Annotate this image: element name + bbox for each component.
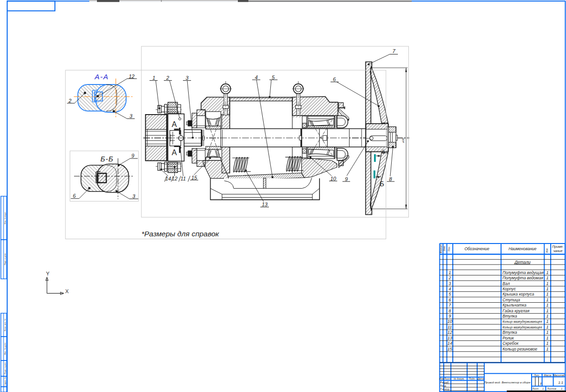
svg-text:Привод мод. Вентилятор в сборе: Привод мод. Вентилятор в сборе (484, 381, 531, 384)
svg-text:Ступица: Ступица (502, 297, 520, 302)
svg-text:1: 1 (546, 330, 548, 335)
svg-text:12: 12 (448, 330, 452, 335)
svg-text:Масса: Масса (544, 374, 551, 377)
svg-text:9: 9 (131, 153, 134, 159)
svg-text:Полумуфта ведущая: Полумуфта ведущая (502, 270, 544, 275)
svg-text:Инв. № подл.: Инв. № подл. (4, 212, 6, 224)
svg-text:15: 15 (448, 347, 453, 351)
svg-text:1: 1 (546, 308, 548, 313)
svg-text:Обозначение: Обозначение (464, 246, 489, 251)
svg-text:Лит.: Лит. (534, 374, 540, 377)
svg-text:чание: чание (553, 249, 562, 253)
svg-text:Взам. инв. №: Взам. инв. № (4, 318, 6, 331)
svg-text:А-А: А-А (94, 73, 109, 81)
svg-text:Скребок: Скребок (502, 341, 519, 346)
svg-text:1: 1 (546, 319, 548, 324)
svg-text:1: 1 (449, 270, 451, 275)
svg-text:А: А (172, 120, 177, 128)
svg-text:Кольцо мазеудерживающее: Кольцо мазеудерживающее (502, 320, 542, 324)
svg-text:Подп. и дата: Подп. и дата (4, 362, 6, 374)
svg-text:1: 1 (543, 387, 544, 390)
svg-text:14: 14 (165, 176, 171, 181)
svg-text:3: 3 (132, 193, 136, 199)
svg-text:Крыльчатка: Крыльчатка (502, 303, 526, 307)
svg-text:Изм: Изм (439, 377, 444, 380)
svg-text:1: 1 (546, 297, 548, 302)
svg-text:1: 1 (546, 303, 548, 307)
svg-text:Лист: Лист (532, 387, 539, 390)
svg-text:Разраб.: Разраб. (440, 381, 449, 384)
svg-text:14: 14 (448, 341, 452, 346)
svg-text:X: X (65, 288, 69, 294)
svg-text:Y: Y (46, 271, 50, 276)
svg-text:3: 3 (449, 281, 451, 286)
svg-text:№ докум.: № докум. (454, 377, 465, 380)
svg-text:1: 1 (546, 286, 548, 291)
svg-text:Гайка круглая: Гайка круглая (502, 308, 530, 313)
svg-text:1:1: 1:1 (558, 381, 563, 385)
svg-text:3: 3 (185, 75, 189, 81)
svg-text:1: 1 (546, 270, 548, 275)
svg-text:б: б (382, 149, 384, 155)
svg-text:у: у (540, 381, 542, 385)
svg-text:1: 1 (546, 292, 548, 297)
svg-text:Пров.: Пров. (440, 384, 447, 387)
svg-text:Дата: Дата (477, 377, 484, 380)
svg-text:Справ. №: Справ. № (4, 377, 6, 386)
svg-text:6: 6 (449, 297, 451, 302)
svg-text:Втулка: Втулка (502, 330, 517, 335)
svg-text:А: А (172, 148, 177, 157)
svg-text:8: 8 (389, 176, 392, 182)
svg-text:Втулка: Втулка (502, 314, 517, 318)
svg-text:Кол.: Кол. (545, 248, 548, 253)
svg-text:9: 9 (449, 314, 451, 318)
svg-text:Ролик: Ролик (502, 336, 514, 340)
svg-text:⌀30: ⌀30 (402, 138, 405, 143)
svg-text:2: 2 (448, 275, 451, 280)
svg-text:1: 1 (546, 275, 548, 280)
svg-text:9: 9 (345, 176, 348, 182)
svg-text:15: 15 (191, 175, 197, 180)
svg-text:1: 1 (152, 75, 155, 81)
svg-text:Т.контр.: Т.контр. (440, 388, 450, 391)
svg-text:Вал: Вал (502, 281, 510, 286)
svg-text:Листов: Листов (547, 387, 556, 390)
svg-text:Кольцо мазеудерживающее: Кольцо мазеудерживающее (502, 326, 542, 329)
svg-text:Подп.: Подп. (469, 377, 476, 380)
svg-text:Б: Б (380, 180, 384, 188)
svg-text:11: 11 (448, 325, 452, 329)
svg-text:1: 1 (546, 314, 548, 318)
svg-text:2: 2 (166, 75, 169, 81)
svg-text:Кольцо резиновое: Кольцо резиновое (502, 347, 537, 351)
svg-text:1: 1 (546, 347, 548, 351)
svg-text:Б-Б: Б-Б (100, 155, 114, 163)
svg-text:1: 1 (546, 341, 548, 346)
svg-text:11: 11 (181, 176, 186, 181)
svg-text:Полумуфта ведомая: Полумуфта ведомая (502, 275, 544, 280)
svg-text:10: 10 (448, 319, 452, 324)
svg-text:Зона: Зона (443, 246, 446, 251)
svg-text:2: 2 (68, 98, 71, 104)
svg-text:1: 1 (546, 325, 548, 329)
svg-text:Подп. и дата: Подп. и дата (4, 253, 6, 265)
svg-text:Формат: Формат (440, 244, 442, 253)
svg-text:Масштаб: Масштаб (553, 374, 565, 377)
svg-text:Приме-: Приме- (552, 245, 564, 249)
svg-text:Лист: Лист (444, 377, 451, 380)
svg-text:1: 1 (546, 336, 548, 340)
svg-text:7: 7 (392, 48, 395, 54)
svg-text:Поз.: Поз. (448, 246, 450, 251)
svg-text:4: 4 (255, 74, 257, 80)
svg-text:Детали: Детали (514, 260, 531, 265)
svg-text:3: 3 (129, 113, 133, 119)
svg-text:6: 6 (333, 76, 336, 82)
svg-text:8: 8 (449, 308, 451, 313)
svg-text:*Размеры для справок: *Размеры для справок (141, 230, 219, 238)
svg-text:Крышка корпуса: Крышка корпуса (502, 292, 534, 297)
svg-text:6: 6 (73, 193, 76, 199)
svg-text:4: 4 (449, 286, 451, 291)
svg-text:13: 13 (262, 201, 268, 207)
svg-text:10: 10 (330, 176, 336, 181)
svg-text:Инв. № дубл.: Инв. № дубл. (4, 342, 6, 355)
svg-text:1: 1 (561, 387, 563, 390)
